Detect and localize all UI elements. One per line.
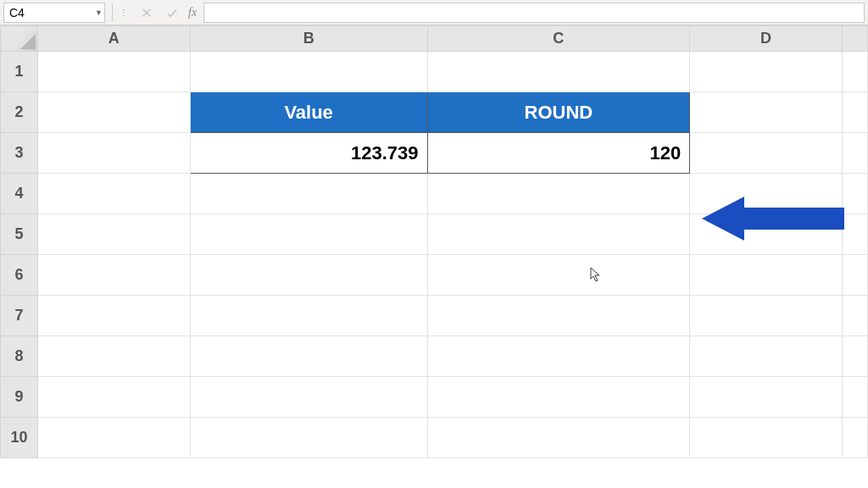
cell-B4[interactable] xyxy=(190,174,427,214)
row-header-8[interactable]: 8 xyxy=(1,336,38,377)
row-header-7[interactable]: 7 xyxy=(1,296,38,336)
cell-A9[interactable] xyxy=(37,377,190,418)
callout-arrow xyxy=(702,197,837,241)
cell-C9[interactable] xyxy=(427,377,690,418)
col-header-C[interactable]: C xyxy=(427,26,690,52)
row-header-9[interactable]: 9 xyxy=(1,377,38,418)
cell-A5[interactable] xyxy=(37,214,190,255)
cell-B8[interactable] xyxy=(190,336,427,377)
row-header-6[interactable]: 6 xyxy=(1,255,38,296)
cell-A10[interactable] xyxy=(37,418,190,458)
cell-A3[interactable] xyxy=(37,133,190,174)
cell-C7[interactable] xyxy=(427,296,690,336)
cell-E6[interactable] xyxy=(842,255,867,296)
cell-C2[interactable]: ROUND xyxy=(427,92,690,133)
cell-C5[interactable] xyxy=(427,214,690,255)
cell-E8[interactable] xyxy=(842,336,867,377)
cell-E9[interactable] xyxy=(842,377,867,418)
cell-B7[interactable] xyxy=(190,296,427,336)
row-header-10[interactable]: 10 xyxy=(1,418,38,458)
cell-B5[interactable] xyxy=(190,214,427,255)
cell-A4[interactable] xyxy=(37,174,190,214)
x-icon xyxy=(141,7,153,19)
cell-D9[interactable] xyxy=(690,377,843,418)
cell-A1[interactable] xyxy=(37,52,190,92)
cell-D3[interactable] xyxy=(690,133,843,174)
cell-E2[interactable] xyxy=(842,92,867,133)
check-icon xyxy=(166,7,178,19)
cell-A8[interactable] xyxy=(37,336,190,377)
cell-C10[interactable] xyxy=(427,418,690,458)
cell-A2[interactable] xyxy=(37,92,190,133)
cell-D8[interactable] xyxy=(690,336,843,377)
name-box[interactable]: C4 ▼ xyxy=(3,3,105,23)
name-box-dropdown-icon[interactable]: ▼ xyxy=(95,8,103,17)
fx-label[interactable]: fx xyxy=(188,6,197,19)
row-header-1[interactable]: 1 xyxy=(1,52,38,92)
cell-E3[interactable] xyxy=(842,133,867,174)
cell-C1[interactable] xyxy=(427,52,690,92)
row-header-3[interactable]: 3 xyxy=(1,133,38,174)
cell-B9[interactable] xyxy=(190,377,427,418)
cell-C8[interactable] xyxy=(427,336,690,377)
cell-D6[interactable] xyxy=(690,255,843,296)
arrow-left-icon xyxy=(702,197,837,241)
cell-C3[interactable]: 120 xyxy=(427,133,690,174)
spreadsheet-grid[interactable]: A B C D 1 2 Value ROUND 3 123.739 120 xyxy=(0,25,868,458)
name-box-value: C4 xyxy=(9,6,25,19)
cell-A7[interactable] xyxy=(37,296,190,336)
cell-C4[interactable] xyxy=(427,174,690,214)
cell-E7[interactable] xyxy=(842,296,867,336)
cell-E5[interactable] xyxy=(842,214,867,255)
cell-A6[interactable] xyxy=(37,255,190,296)
cell-E4[interactable] xyxy=(842,174,867,214)
drag-handle-icon: ⋮ xyxy=(120,8,129,17)
formula-bar: C4 ▼ ⋮ fx xyxy=(0,0,868,25)
cell-B3[interactable]: 123.739 xyxy=(190,133,427,174)
cell-E1[interactable] xyxy=(842,52,867,92)
cell-B2[interactable]: Value xyxy=(190,92,427,133)
col-header-A[interactable]: A xyxy=(37,26,190,52)
cell-B6[interactable] xyxy=(190,255,427,296)
cell-B10[interactable] xyxy=(190,418,427,458)
cancel-button[interactable] xyxy=(136,3,158,23)
row-header-4[interactable]: 4 xyxy=(1,174,38,214)
cell-B1[interactable] xyxy=(190,52,427,92)
cell-E10[interactable] xyxy=(842,418,867,458)
select-all-corner[interactable] xyxy=(1,26,38,52)
divider xyxy=(112,4,113,21)
cell-C6[interactable] xyxy=(427,255,690,296)
cell-D7[interactable] xyxy=(690,296,843,336)
col-header-D[interactable]: D xyxy=(690,26,843,52)
col-header-E[interactable] xyxy=(842,26,867,52)
cell-D2[interactable] xyxy=(690,92,843,133)
col-header-B[interactable]: B xyxy=(190,26,427,52)
cell-D10[interactable] xyxy=(690,418,843,458)
formula-input-wrap xyxy=(203,3,865,23)
enter-button[interactable] xyxy=(161,3,183,23)
formula-input[interactable] xyxy=(204,3,864,22)
row-header-2[interactable]: 2 xyxy=(1,92,38,133)
row-header-5[interactable]: 5 xyxy=(1,214,38,255)
cell-D1[interactable] xyxy=(690,52,843,92)
